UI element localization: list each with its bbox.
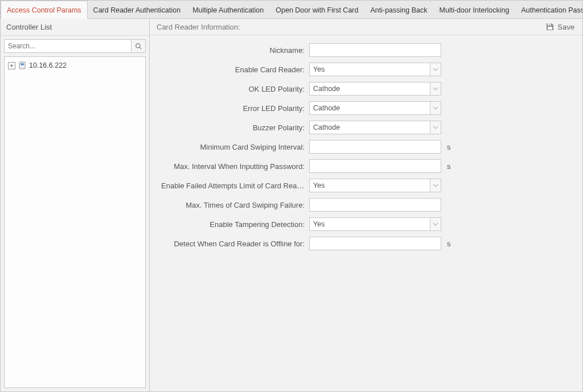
label-enable-failed: Enable Failed Attempts Limit of Card Rea… <box>161 181 309 190</box>
dropdown-enable-failed[interactable] <box>430 179 441 192</box>
select-ok-led[interactable] <box>309 82 430 96</box>
label-buzzer: Buzzer Polarity: <box>161 123 309 132</box>
chevron-down-icon <box>433 88 438 90</box>
input-max-pwd-interval[interactable] <box>309 159 441 173</box>
select-enable-reader[interactable] <box>309 63 430 76</box>
svg-rect-7 <box>549 24 551 26</box>
expand-icon[interactable]: + <box>8 62 15 69</box>
label-min-swipe: Minimum Card Swiping Interval: <box>161 143 309 151</box>
tab-card-reader-authentication[interactable]: Card Reader Authentication <box>88 1 187 18</box>
row-nickname: Nickname: <box>161 43 571 57</box>
chevron-down-icon <box>433 223 438 226</box>
row-enable-failed: Enable Failed Attempts Limit of Card Rea… <box>161 179 571 192</box>
tab-authentication-password[interactable]: Authentication Password <box>516 1 584 18</box>
controller-list-title: Controller List <box>1 19 149 36</box>
search-input[interactable] <box>4 39 131 53</box>
search-button[interactable] <box>131 39 146 53</box>
tab-multiple-authentication[interactable]: Multiple Authentication <box>187 1 270 18</box>
svg-point-5 <box>23 67 24 68</box>
label-ok-led: OK LED Polarity: <box>161 85 309 93</box>
label-offline: Detect When Card Reader is Offline for: <box>161 240 309 248</box>
row-ok-led: OK LED Polarity: <box>161 82 571 96</box>
label-max-pwd-interval: Max. Interval When Inputting Password: <box>161 162 309 171</box>
row-error-led: Error LED Polarity: <box>161 101 571 115</box>
svg-point-0 <box>136 43 139 47</box>
tree-item[interactable]: + 10.16.6.222 <box>7 60 143 71</box>
row-min-swipe: Minimum Card Swiping Interval: s <box>161 140 571 154</box>
tab-bar: Access Control Params Card Reader Authen… <box>1 1 582 19</box>
label-enable-reader: Enable Card Reader: <box>161 65 309 74</box>
select-tampering[interactable] <box>309 217 430 231</box>
controller-tree: + 10.16.6.222 <box>4 56 146 388</box>
input-nickname[interactable] <box>309 43 441 57</box>
tab-open-door-first-card[interactable]: Open Door with First Card <box>270 1 364 18</box>
svg-line-1 <box>139 47 141 49</box>
dropdown-tampering[interactable] <box>430 217 441 231</box>
select-buzzer[interactable] <box>309 121 430 134</box>
save-icon <box>545 22 555 31</box>
form-area: Nickname: Enable Card Reader: OK LED Pol… <box>150 35 582 267</box>
label-nickname: Nickname: <box>161 46 309 55</box>
tab-access-control-params[interactable]: Access Control Params <box>1 1 88 19</box>
right-header: Card Reader Information: Save <box>150 19 582 35</box>
chevron-down-icon <box>433 68 438 71</box>
dropdown-buzzer[interactable] <box>430 121 441 134</box>
label-max-swipe-fail: Max. Times of Card Swiping Failure: <box>161 201 309 209</box>
chevron-down-icon <box>433 184 438 187</box>
label-tampering: Enable Tampering Detection: <box>161 220 309 229</box>
label-error-led: Error LED Polarity: <box>161 104 309 113</box>
select-enable-failed[interactable] <box>309 179 430 192</box>
row-max-pwd-interval: Max. Interval When Inputting Password: s <box>161 159 571 173</box>
controller-list-panel: Controller List + 10.16.6.222 <box>1 19 150 391</box>
row-buzzer: Buzzer Polarity: <box>161 121 571 134</box>
unit-offline: s <box>447 240 451 248</box>
input-max-swipe-fail[interactable] <box>309 198 441 212</box>
input-min-swipe[interactable] <box>309 140 441 154</box>
dropdown-error-led[interactable] <box>430 101 441 115</box>
select-error-led[interactable] <box>309 101 430 115</box>
card-reader-panel: Card Reader Information: Save Nickname: … <box>150 19 582 391</box>
row-offline: Detect When Card Reader is Offline for: … <box>161 237 571 250</box>
tree-item-label: 10.16.6.222 <box>29 61 67 69</box>
tab-multi-door-interlocking[interactable]: Multi-door Interlocking <box>434 1 516 18</box>
dropdown-ok-led[interactable] <box>430 82 441 96</box>
tab-anti-passing-back[interactable]: Anti-passing Back <box>364 1 433 18</box>
search-row <box>1 36 149 56</box>
svg-point-4 <box>20 67 22 68</box>
unit-max-pwd-interval: s <box>447 162 451 171</box>
dropdown-enable-reader[interactable] <box>430 63 441 76</box>
unit-min-swipe: s <box>447 143 451 151</box>
device-icon <box>18 61 26 69</box>
chevron-down-icon <box>433 126 438 129</box>
row-max-swipe-fail: Max. Times of Card Swiping Failure: <box>161 198 571 212</box>
chevron-down-icon <box>433 107 438 110</box>
row-enable-reader: Enable Card Reader: <box>161 63 571 76</box>
search-icon <box>135 43 142 50</box>
input-offline[interactable] <box>309 237 441 250</box>
svg-rect-8 <box>548 27 552 30</box>
svg-rect-3 <box>20 63 24 65</box>
panel-title: Card Reader Information: <box>157 23 240 31</box>
save-button[interactable]: Save <box>545 22 574 31</box>
save-label: Save <box>557 23 574 31</box>
row-tampering: Enable Tampering Detection: <box>161 217 571 231</box>
content: Controller List + 10.16.6.222 Card Reade… <box>1 19 582 391</box>
